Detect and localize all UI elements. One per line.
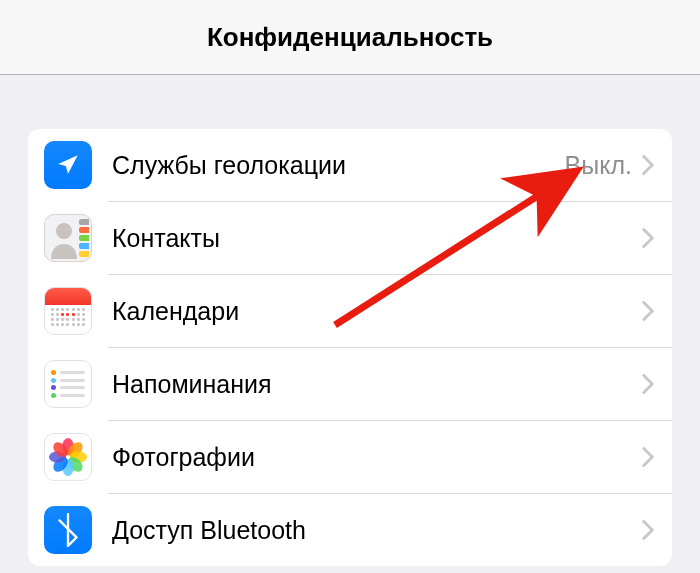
photos-icon (44, 433, 92, 481)
row-value: Выкл. (565, 151, 632, 180)
row-label: Контакты (112, 224, 642, 253)
row-label: Календари (112, 297, 642, 326)
chevron-right-icon (642, 301, 654, 321)
chevron-right-icon (642, 374, 654, 394)
row-label: Фотографии (112, 443, 642, 472)
contacts-icon (44, 214, 92, 262)
chevron-right-icon (642, 447, 654, 467)
row-reminders[interactable]: Напоминания (28, 348, 672, 420)
reminders-icon (44, 360, 92, 408)
calendar-icon (44, 287, 92, 335)
svg-point-0 (56, 223, 72, 239)
row-label: Доступ Bluetooth (112, 516, 642, 545)
row-location-services[interactable]: Службы геолокации Выкл. (28, 129, 672, 201)
content-area: Службы геолокации Выкл. Контакты (0, 75, 700, 566)
bluetooth-icon (44, 506, 92, 554)
navigation-bar: Конфиденциальность (0, 0, 700, 75)
chevron-right-icon (642, 155, 654, 175)
row-bluetooth-sharing[interactable]: Доступ Bluetooth (28, 494, 672, 566)
row-calendars[interactable]: Календари (28, 275, 672, 347)
row-label: Службы геолокации (112, 151, 565, 180)
chevron-right-icon (642, 228, 654, 248)
location-arrow-icon (44, 141, 92, 189)
chevron-right-icon (642, 520, 654, 540)
settings-list: Службы геолокации Выкл. Контакты (28, 129, 672, 566)
row-label: Напоминания (112, 370, 642, 399)
row-photos[interactable]: Фотографии (28, 421, 672, 493)
row-contacts[interactable]: Контакты (28, 202, 672, 274)
page-title: Конфиденциальность (207, 22, 493, 53)
